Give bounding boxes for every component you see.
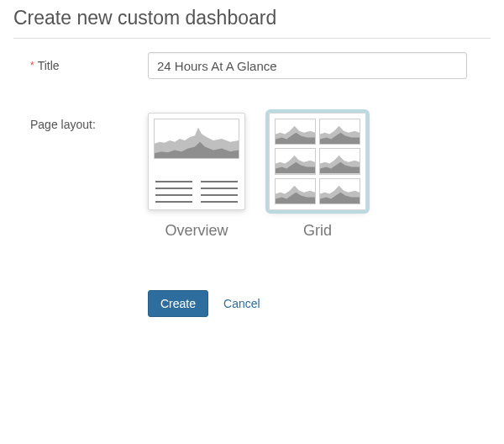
create-button[interactable]: Create (148, 290, 208, 317)
layout-option-grid-caption: Grid (303, 222, 332, 240)
layout-option-overview[interactable]: Overview (148, 113, 245, 240)
title-row: * Title (13, 52, 491, 79)
layout-option-overview-caption: Overview (165, 222, 228, 240)
grid-thumb-icon (269, 113, 366, 210)
page-title: Create new custom dashboard (13, 7, 491, 39)
layout-label: Page layout: (30, 113, 148, 131)
cancel-link[interactable]: Cancel (223, 297, 260, 310)
actions-row: Create Cancel (13, 290, 491, 317)
layout-row: Page layout: Overview (13, 113, 491, 240)
layout-option-grid[interactable]: Grid (269, 113, 366, 240)
layout-options: Overview Grid (148, 113, 366, 240)
required-marker-icon: * (30, 61, 34, 71)
title-input[interactable] (148, 52, 467, 79)
overview-thumb-icon (148, 113, 245, 210)
title-label-cell: * Title (30, 59, 148, 72)
title-label: Title (38, 59, 60, 72)
